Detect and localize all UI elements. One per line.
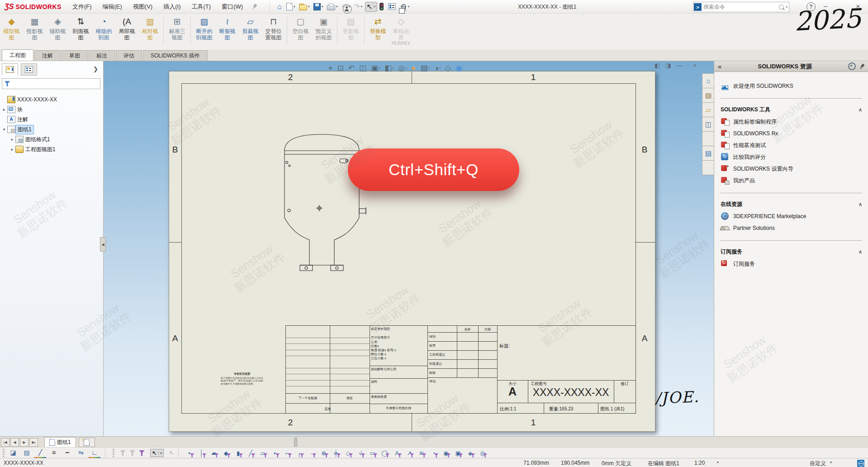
home[interactable]: ⌂ (276, 2, 284, 11)
panel-expand-icon[interactable]: ❯ (93, 66, 98, 72)
view-palette[interactable]: ◫ (702, 117, 715, 132)
toolbar-grip[interactable] (113, 449, 114, 457)
update-view[interactable]: ▤ 更新视 图 (339, 15, 362, 41)
sheet-tab[interactable]: 图纸1 (44, 437, 76, 448)
filter-dimensions[interactable]: ◇ (342, 448, 354, 457)
menu-item[interactable]: 工具(T) (187, 1, 215, 13)
empty-view[interactable]: ▢ 空白视 图 (289, 15, 312, 41)
show-featuremanager[interactable]: ◧ (655, 62, 660, 69)
filter-notes[interactable]: ▭ (366, 448, 379, 457)
command-tab[interactable]: 注解 (34, 50, 61, 61)
dropdown-caret-icon[interactable]: ▾ (439, 66, 441, 70)
tree-expander-icon[interactable]: ▸ (1, 107, 7, 112)
tab-feature-tree[interactable] (2, 63, 18, 76)
menu-item[interactable]: 插入(I) (159, 1, 185, 13)
standard-3-view[interactable]: ⊞ 标准三 视图 (166, 15, 189, 41)
last-sheet[interactable]: ▶| (29, 438, 38, 447)
scrollbar-split-handle[interactable] (294, 438, 297, 447)
model-view[interactable]: ◆ 模型视 图 (0, 15, 23, 41)
relative-view[interactable]: ▥ 相对视 图 (138, 15, 161, 41)
menu-item[interactable]: 编辑(E) (98, 1, 127, 13)
dropdown-caret-icon[interactable]: ▾ (374, 5, 375, 9)
line-color[interactable]: ╱ (34, 448, 46, 458)
hide-show-items[interactable]: ◎ ▾ (398, 63, 407, 73)
tree-filter-input[interactable] (2, 78, 100, 89)
command-search[interactable]: > 搜索命令 ▾ (693, 2, 789, 12)
title-block[interactable]: 除非另外指定: 尺寸使用英寸 公差: 分数± 角度:机器± 折弯 ± 两位小数 … (285, 325, 636, 414)
status-units[interactable]: 自定义 (810, 460, 826, 467)
filter-centerlines[interactable]: ╪ (330, 448, 342, 457)
auxiliary-view[interactable]: ◈ 辅助视 图 (46, 15, 69, 41)
command-tab[interactable]: 草图 (62, 50, 88, 61)
tree-item[interactable]: ▾ 图纸1 (1, 124, 102, 134)
previous-view[interactable]: ↶ (348, 63, 355, 73)
tree-item[interactable]: ▸ 工程图视图1 (9, 144, 102, 154)
replace-model[interactable]: ⇄ 替换模 型 (366, 15, 389, 41)
clear-filters-icon[interactable] (129, 450, 135, 456)
filter-axes[interactable]: ╱ (244, 448, 256, 457)
filter-weld-symbols[interactable]: ≋ (415, 448, 427, 457)
filter-sketch-segments[interactable]: ┌ (293, 448, 305, 457)
ribbon-button[interactable] (337, 16, 337, 45)
filter-weld-beads[interactable]: ◔ (427, 448, 440, 457)
file-explorer[interactable]: ▱ (702, 102, 715, 117)
tree-root[interactable]: XXXX-XXXX-XX (1, 95, 102, 105)
design-library[interactable]: ▤ (702, 88, 715, 103)
collapse-arrows-icon[interactable]: « (718, 62, 721, 70)
menu-item[interactable]: 文件(F) (68, 1, 96, 13)
rotate-view[interactable]: ◉ (455, 63, 463, 73)
appearances-scenes[interactable] (702, 131, 715, 146)
tree-item[interactable]: ▸ 图纸格式1 (9, 134, 102, 144)
filter-stack-icon[interactable] (139, 450, 145, 456)
graphics-area[interactable]: 2 1 2 1 B A B A (103, 61, 714, 436)
toolbar-grip[interactable] (3, 449, 5, 457)
task-pane-entry[interactable]: SOLIDWORKS Rx (721, 128, 862, 139)
file-properties[interactable] (387, 2, 398, 11)
filter-off-icon[interactable] (120, 450, 126, 456)
dropdown-caret-icon[interactable]: ▾ (392, 66, 394, 70)
filter-dowel-pins[interactable]: ◉ (440, 448, 452, 457)
task-pane-entry[interactable]: 欢迎使用 SOLIDWORKS (721, 80, 862, 92)
section-view[interactable]: ⇅ 剖面视 图 (69, 15, 92, 41)
print[interactable]: ▾ (326, 2, 339, 11)
forum[interactable] (702, 160, 715, 175)
section-view[interactable]: ◫ (359, 63, 367, 73)
removed-section[interactable]: ◔ 移除的 剖面 (92, 15, 115, 41)
draft-quality[interactable]: ◇ 草稿品 质 HLR/HLV (389, 15, 413, 46)
filter-datums[interactable]: ↗ (403, 448, 415, 457)
web-help-icon[interactable] (857, 460, 864, 467)
search-icon[interactable] (779, 5, 784, 10)
task-pane-entry[interactable]: 订阅服务 (721, 258, 862, 270)
dropdown-caret-icon[interactable]: ▾ (294, 5, 295, 9)
home[interactable]: ⌂ (702, 73, 715, 88)
section-collapse-icon[interactable]: ∧ (859, 249, 862, 255)
select[interactable]: ↖ ▾ (365, 2, 377, 12)
predefined-view[interactable]: ▣ 预定义 的视图 (312, 15, 335, 41)
tree-expander-icon[interactable]: ▾ (1, 127, 7, 132)
crop-view[interactable]: ▱ 剪裁视 图 (239, 15, 262, 41)
alternate-position-view[interactable]: ⊓ 交替位 置视图 (262, 15, 285, 41)
drawing-sheet[interactable]: 2 1 2 1 B A B A (169, 71, 655, 432)
ribbon-button[interactable] (287, 16, 287, 45)
tab-property-manager[interactable] (21, 63, 37, 76)
units-spinner-icon[interactable]: ▴ (830, 460, 832, 464)
layer-properties[interactable]: ▤ (21, 448, 33, 457)
new-document[interactable]: ▾ (285, 2, 297, 11)
tree-item[interactable]: ▸ 块 (1, 105, 102, 114)
filter-blocks[interactable]: ▣ (452, 448, 464, 457)
status-sheet-scale[interactable]: 1:20 (694, 460, 705, 466)
magnified-selection-icon[interactable]: ↖ (169, 450, 174, 456)
filter-routing-points[interactable]: ◎ (476, 448, 489, 457)
dropdown-caret-icon[interactable]: ▾ (379, 66, 380, 70)
command-tab[interactable]: SOLIDWORKS 插件 (143, 50, 208, 61)
view-settings[interactable]: ◑ ▾ (434, 64, 441, 73)
edit-annotation[interactable]: ◪ (7, 448, 19, 457)
dropdown-caret-icon[interactable]: ▾ (322, 5, 323, 9)
dropdown-caret-icon[interactable]: ▾ (336, 5, 338, 9)
task-pane-entry[interactable]: 我的产品 (721, 175, 862, 186)
task-pane-entry[interactable]: 订阅服务 ∧ (721, 240, 862, 258)
task-pane-entry[interactable]: 性能基准测试 (721, 139, 862, 151)
task-pane-entry[interactable]: 属性标签编制程序 (721, 116, 862, 128)
tree-expander-icon[interactable]: ▸ (9, 147, 15, 152)
3d-drawing-view[interactable]: ◇ (445, 63, 451, 73)
